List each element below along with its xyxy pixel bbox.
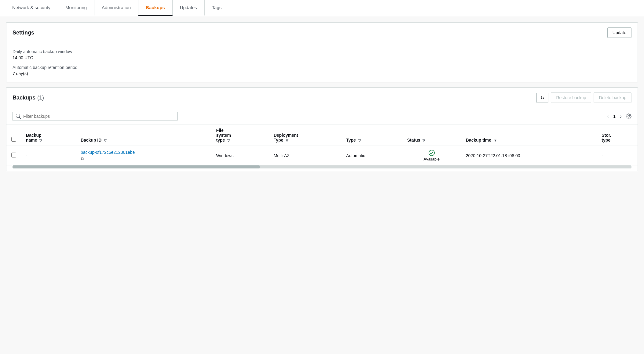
search-area: ‹ 1 › [6, 108, 638, 125]
table-row: - backup-0f172c6e212361ebe ⧉ Windows Mul… [6, 146, 638, 165]
settings-title: Settings [13, 30, 34, 36]
search-wrap [13, 112, 177, 121]
refresh-button[interactable]: ↻ [536, 93, 548, 103]
retention-label: Automatic backup retention period [13, 65, 631, 70]
copy-icon[interactable]: ⧉ [81, 156, 84, 161]
backups-tbody: - backup-0f172c6e212361ebe ⧉ Windows Mul… [6, 146, 638, 165]
retention-row: Automatic backup retention period 7 day(… [13, 65, 631, 76]
tab-updates[interactable]: Updates [173, 0, 205, 16]
th-status: Status ▽ [402, 125, 461, 146]
backup-window-label: Daily automatic backup window [13, 49, 631, 54]
scroll-thumb [13, 165, 260, 168]
svg-point-0 [429, 150, 434, 156]
tab-administration[interactable]: Administration [94, 0, 138, 16]
table-scroll-container: Backupname ▽ Backup ID ▽ Filesystemtype … [6, 125, 638, 165]
row-file-system-type: Windows [211, 146, 269, 165]
sort-icon-backup-id[interactable]: ▽ [104, 139, 106, 143]
sort-icon-type[interactable]: ▽ [358, 139, 361, 143]
th-checkbox [6, 125, 21, 146]
pagination-area: ‹ 1 › [605, 113, 631, 120]
th-type: Type ▽ [341, 125, 402, 146]
backups-title: Backups [13, 95, 35, 101]
sort-icon-file-system-type[interactable]: ▽ [227, 139, 230, 143]
search-icon [16, 114, 21, 119]
backup-window-row: Daily automatic backup window 14:00 UTC [13, 49, 631, 60]
backups-card: Backups (1) ↻ Restore backup Delete back… [6, 87, 638, 171]
th-deployment-type: DeploymentType ▽ [269, 125, 341, 146]
table-header: Backupname ▽ Backup ID ▽ Filesystemtype … [6, 125, 638, 146]
row-checkbox [6, 146, 21, 165]
retention-value: 7 day(s) [13, 71, 631, 76]
backups-actions: ↻ Restore backup Delete backup [536, 92, 631, 103]
backup-id-link[interactable]: backup-0f172c6e212361ebe [81, 150, 135, 155]
row-backup-id: backup-0f172c6e212361ebe ⧉ [76, 146, 211, 165]
th-file-system-type: Filesystemtype ▽ [211, 125, 269, 146]
delete-backup-button[interactable]: Delete backup [594, 92, 631, 103]
row-storage-type: - [597, 146, 638, 165]
tab-network-security[interactable]: Network & security [5, 0, 58, 16]
sort-icon-deployment-type[interactable]: ▽ [286, 139, 288, 143]
sort-icon-status[interactable]: ▽ [423, 139, 425, 143]
th-backup-time: Backup time ▼ [461, 125, 597, 146]
status-text: Available [423, 157, 440, 161]
settings-header: Settings Update [6, 23, 638, 43]
tab-navigation: Network & security Monitoring Administra… [0, 0, 644, 16]
main-content: Settings Update Daily automatic backup w… [0, 16, 644, 177]
row-deployment-type: Multi-AZ [269, 146, 341, 165]
row-backup-time: 2020-10-27T22:01:18+08:00 [461, 146, 597, 165]
update-button[interactable]: Update [607, 27, 631, 38]
row-status: Available [402, 146, 461, 165]
row-select-checkbox[interactable] [11, 153, 16, 157]
backups-title-area: Backups (1) [13, 95, 44, 101]
tab-tags[interactable]: Tags [205, 0, 229, 16]
tab-monitoring[interactable]: Monitoring [58, 0, 94, 16]
next-page-button[interactable]: › [618, 113, 624, 120]
settings-body: Daily automatic backup window 14:00 UTC … [6, 43, 638, 82]
horizontal-scrollbar[interactable] [13, 165, 631, 168]
sort-icon-backup-time[interactable]: ▼ [494, 139, 497, 142]
sort-icon-backup-name[interactable]: ▽ [39, 139, 42, 143]
backups-table: Backupname ▽ Backup ID ▽ Filesystemtype … [6, 125, 638, 165]
settings-card: Settings Update Daily automatic backup w… [6, 22, 638, 82]
status-available-icon [428, 150, 435, 156]
search-input[interactable] [23, 114, 174, 119]
row-type: Automatic [341, 146, 402, 165]
select-all-checkbox[interactable] [11, 137, 16, 142]
prev-page-button[interactable]: ‹ [605, 113, 611, 120]
backups-count: (1) [37, 95, 44, 101]
backup-window-value: 14:00 UTC [13, 55, 631, 60]
table-settings-button[interactable] [626, 114, 631, 119]
row-backup-name: - [21, 146, 76, 165]
backups-toolbar: Backups (1) ↻ Restore backup Delete back… [6, 88, 638, 108]
th-backup-name: Backupname ▽ [21, 125, 76, 146]
gear-icon [626, 114, 631, 119]
page-number: 1 [613, 114, 616, 119]
restore-backup-button[interactable]: Restore backup [551, 92, 591, 103]
th-storage-type: Stor.type [597, 125, 638, 146]
refresh-icon: ↻ [540, 95, 544, 101]
tab-backups[interactable]: Backups [138, 0, 173, 16]
th-backup-id: Backup ID ▽ [76, 125, 211, 146]
